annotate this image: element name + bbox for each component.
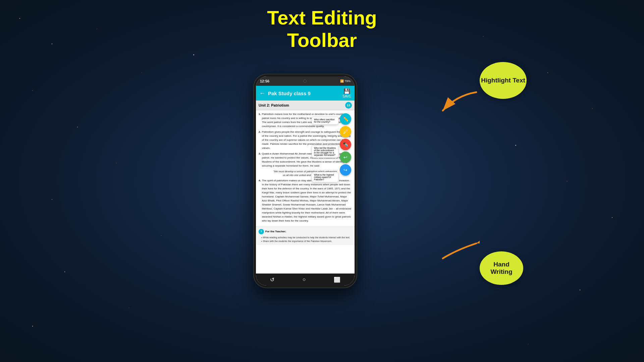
status-time: 12:56 — [260, 79, 269, 83]
tooltip-2: Who led the Muslims of the subcontinent … — [312, 145, 338, 158]
undo-button[interactable]: ↩ — [340, 152, 351, 163]
share-button[interactable]: ↪ — [340, 164, 351, 176]
teacher-box: T For the Teacher: • While-reading activ… — [256, 227, 355, 245]
tooltip-1: Who offers sacrifice for the country? — [312, 117, 338, 125]
pen-tool-button[interactable]: ✒️ — [340, 139, 351, 150]
status-bar: 12:56 📶 79% — [256, 76, 355, 86]
teacher-icon: T — [259, 229, 264, 234]
tooltip-3: What is the highest military award of Pa… — [312, 172, 338, 182]
teacher-header: T For the Teacher: — [259, 229, 352, 234]
handwriting-bubble: Hand Writing — [480, 251, 523, 285]
teacher-bullets: • While-reading activities may be conduc… — [261, 236, 352, 243]
camera-notch — [303, 79, 307, 83]
back-button[interactable]: ← — [259, 90, 265, 97]
save-icon: 💾 — [343, 88, 350, 95]
bottom-navigation: ↺ ○ ⬜ — [256, 274, 355, 286]
highlight-arrow — [436, 89, 480, 117]
highlight-text-bubble: Hightlight Text — [480, 62, 527, 99]
highlight-tool-button[interactable]: 🖊 — [340, 126, 351, 137]
content-area[interactable]: Unit 2: Patriotism 13 1. Patriotism mean… — [256, 101, 355, 274]
paragraph-4: 4. The spirit of patriotism makes us sta… — [259, 179, 352, 223]
unit-header: Unit 2: Patriotism 13 — [256, 101, 355, 110]
app-title: Pak Study class 9 — [268, 90, 342, 96]
status-icons: 📶 79% — [340, 79, 351, 83]
save-button[interactable]: 💾 SAVE — [342, 88, 351, 98]
home-button[interactable]: ○ — [303, 277, 306, 283]
page-title: Text Editing Toolbar — [0, 7, 644, 51]
unit-badge: 13 — [345, 102, 352, 109]
refresh-button[interactable]: ↺ — [270, 277, 274, 283]
phone-mockup: 12:56 📶 79% ← Pak Study class 9 💾 SAVE U… — [253, 74, 357, 288]
select-tool-button[interactable]: ✏️ — [340, 113, 351, 125]
back-nav-button[interactable]: ⬜ — [334, 277, 340, 283]
app-header: ← Pak Study class 9 💾 SAVE — [256, 86, 355, 101]
handwriting-arrow — [439, 237, 480, 265]
